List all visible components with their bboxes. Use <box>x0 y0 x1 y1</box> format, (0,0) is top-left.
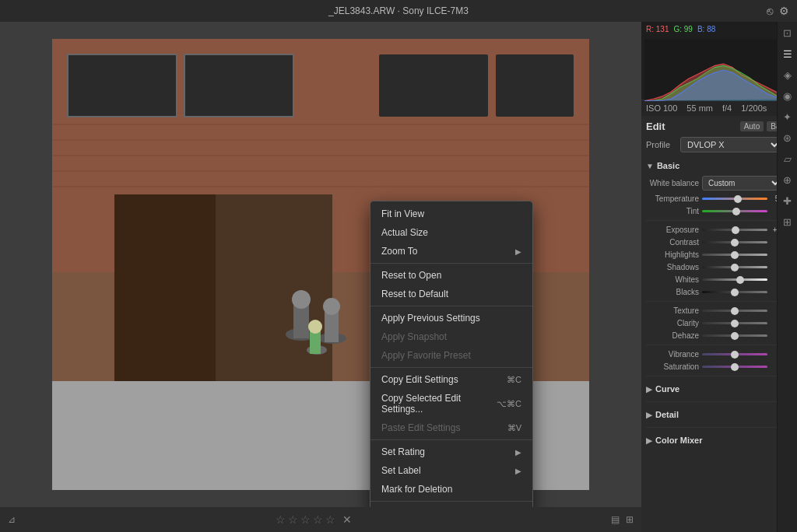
tint-label: Tint <box>646 207 699 215</box>
profile-label: Profile <box>646 140 677 149</box>
menu-set-label[interactable]: Set Label ▶ <box>370 461 532 480</box>
clarity-thumb[interactable] <box>731 320 739 327</box>
svg-rect-4 <box>379 54 488 117</box>
highlights-slider-row: Highlights 0 <box>646 250 792 259</box>
grid-view-icon[interactable]: ▤ <box>611 514 620 525</box>
detail-chevron-icon: ▶ <box>646 411 652 419</box>
exposure-track[interactable] <box>702 229 767 231</box>
basic-section-header: ▼ Basic 👁 <box>646 159 792 173</box>
menu-zoom-to[interactable]: Zoom To ▶ <box>370 242 532 261</box>
menu-separator-1 <box>370 263 532 264</box>
menu-separator-4 <box>370 439 532 440</box>
curve-chevron-icon: ▶ <box>646 385 652 394</box>
detail-icon[interactable]: ◈ <box>781 67 794 83</box>
curve-section[interactable]: ▶ Curve 👁 <box>646 381 792 397</box>
star-5[interactable]: ☆ <box>325 513 335 526</box>
color-mixer-section[interactable]: ▶ Color Mixer 👁 <box>646 432 792 448</box>
shadows-thumb[interactable] <box>731 264 739 271</box>
basic-chevron-icon[interactable]: ▼ <box>646 162 654 170</box>
menu-separator-5 <box>370 501 532 502</box>
star-1[interactable]: ☆ <box>276 513 286 526</box>
star-2[interactable]: ☆ <box>288 513 298 526</box>
contrast-track[interactable] <box>702 241 767 243</box>
saturation-track[interactable] <box>702 366 767 368</box>
effects-icon[interactable]: ✦ <box>781 109 794 125</box>
edit-title: Edit <box>646 121 665 132</box>
color-icon[interactable]: ◉ <box>781 88 794 104</box>
temperature-thumb[interactable] <box>734 195 742 203</box>
svg-rect-2 <box>68 54 177 117</box>
color-mixer-chevron-icon: ▶ <box>646 436 652 445</box>
star-4[interactable]: ☆ <box>313 513 323 526</box>
menu-set-rating[interactable]: Set Rating ▶ <box>370 443 532 461</box>
curve-section-title: ▶ Curve <box>646 384 679 394</box>
crop-icon[interactable]: ⊡ <box>781 25 794 41</box>
svg-point-14 <box>292 290 311 309</box>
context-menu: Fit in View Actual Size Zoom To ▶ Reset … <box>370 201 533 507</box>
menu-actual-size[interactable]: Actual Size <box>370 223 532 242</box>
dehaze-track[interactable] <box>702 334 767 337</box>
canvas-area: Fit in View Actual Size Zoom To ▶ Reset … <box>0 22 641 532</box>
profile-select[interactable]: DVLOP X <box>680 137 781 152</box>
healing-icon[interactable]: ✚ <box>781 193 794 209</box>
vibrance-track[interactable] <box>702 353 767 355</box>
lens-icon[interactable]: ⊛ <box>781 130 794 146</box>
highlights-thumb[interactable] <box>731 251 739 259</box>
whites-track[interactable] <box>702 278 767 281</box>
rgb-g: G: 99 <box>673 25 692 33</box>
whites-thumb[interactable] <box>736 276 744 284</box>
menu-reset-to-open[interactable]: Reset to Open <box>370 266 532 285</box>
menu-mark-deletion[interactable]: Mark for Deletion <box>370 480 532 499</box>
window-controls: ⎋ ⚙ <box>767 5 789 17</box>
blacks-track[interactable] <box>702 291 767 293</box>
histogram-area: R: 131 G: 99 B: 88 <box>641 22 797 100</box>
section-divider-1 <box>646 220 792 221</box>
menu-paste-edit: Paste Edit Settings ⌘V <box>370 418 532 437</box>
wb-select[interactable]: Custom <box>702 176 782 191</box>
menu-reset-to-default[interactable]: Reset to Default <box>370 285 532 303</box>
split-view-icon[interactable]: ⊞ <box>626 514 634 525</box>
settings-icon[interactable]: ⚙ <box>779 5 789 17</box>
menu-apply-previous[interactable]: Apply Previous Settings <box>370 309 532 327</box>
saturation-thumb[interactable] <box>731 363 739 371</box>
temperature-track[interactable] <box>702 198 767 200</box>
detail-section[interactable]: ▶ Detail 👁 <box>646 407 792 422</box>
contrast-thumb[interactable] <box>731 239 739 247</box>
section-divider-6 <box>646 427 792 428</box>
star-3[interactable]: ☆ <box>300 513 311 526</box>
filter-icon[interactable]: ⊿ <box>8 514 16 525</box>
blacks-thumb[interactable] <box>731 289 739 296</box>
star-rating[interactable]: ☆ ☆ ☆ ☆ ☆ ✕ <box>276 513 352 526</box>
share-icon[interactable]: ⎋ <box>767 5 773 17</box>
search-plus-icon[interactable]: ⊕ <box>781 172 794 188</box>
texture-thumb[interactable] <box>731 307 739 315</box>
geometry-icon[interactable]: ▱ <box>781 151 794 167</box>
menu-fit-in-view[interactable]: Fit in View <box>370 205 532 223</box>
auto-badge[interactable]: Auto <box>740 121 764 131</box>
menu-save-image[interactable]: Save Image ▶ <box>370 504 532 507</box>
shadows-label: Shadows <box>646 263 699 271</box>
menu-apply-preset: Apply Favorite Preset <box>370 346 532 365</box>
window-title: _JEL3843.ARW · Sony ILCE-7M3 <box>328 5 469 16</box>
section-divider-4 <box>646 376 792 376</box>
adjust-icon[interactable]: ☰ <box>781 46 795 62</box>
tint-track[interactable] <box>702 210 767 212</box>
shadows-track[interactable] <box>702 266 767 268</box>
texture-track[interactable] <box>702 310 767 312</box>
vibrance-thumb[interactable] <box>731 351 739 359</box>
highlights-track[interactable] <box>702 254 767 256</box>
clarity-track[interactable] <box>702 322 767 324</box>
menu-separator-2 <box>370 306 532 306</box>
layout-icon[interactable]: ⊞ <box>781 214 794 230</box>
menu-copy-selected[interactable]: Copy Selected Edit Settings... ⌥⌘C <box>370 389 532 418</box>
bottom-bar-right: ▤ ⊞ <box>611 514 634 525</box>
menu-copy-edit[interactable]: Copy Edit Settings ⌘C <box>370 370 532 389</box>
right-panel: R: 131 G: 99 B: 88 ISO 100 55 mm f/4 1/2… <box>641 22 797 532</box>
saturation-label: Saturation <box>646 362 699 371</box>
tint-thumb[interactable] <box>732 208 740 215</box>
svg-point-20 <box>308 320 322 334</box>
delete-icon[interactable]: ✕ <box>342 513 352 526</box>
section-divider-3 <box>646 345 792 345</box>
exposure-thumb[interactable] <box>732 226 739 234</box>
dehaze-thumb[interactable] <box>731 332 739 340</box>
